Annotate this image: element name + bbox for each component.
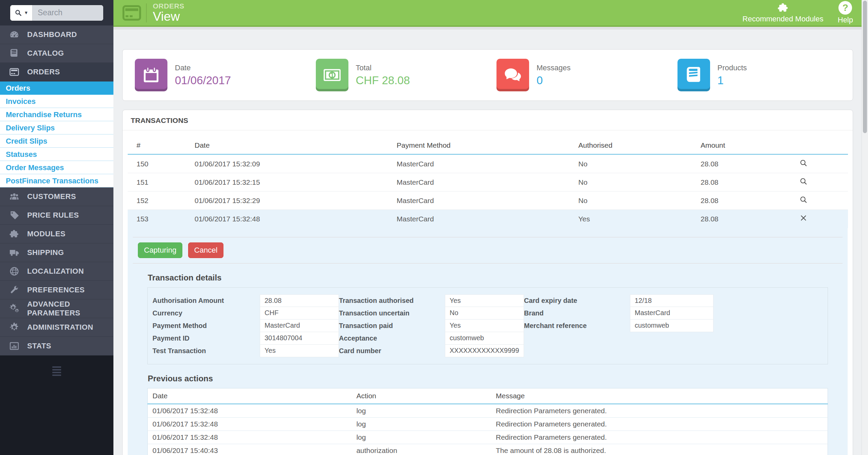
recommended-modules-label: Recommended Modules [742, 15, 823, 23]
sidebar-item-catalog[interactable]: CATALOG [0, 44, 113, 63]
order-summary-panel: Date 01/06/2017 1 Total CHF 28.08 Messag… [122, 49, 853, 101]
cell-amount: 28.08 [698, 173, 796, 192]
cell-action: log [351, 418, 491, 431]
transaction-details-zone: Capturing Cancel Transaction details Aut… [128, 228, 848, 455]
capturing-button[interactable]: Capturing [138, 242, 182, 258]
truck-icon [8, 248, 20, 258]
globe-icon [8, 266, 20, 276]
sidebar-item-orders[interactable]: ORDERS [0, 63, 113, 81]
sidebar-item-shipping[interactable]: SHIPPING [0, 243, 113, 262]
sidebar-item-localization[interactable]: LOCALIZATION [0, 262, 113, 281]
sidebar-item-label: CUSTOMERS [27, 192, 76, 201]
field-label: Transaction paid [339, 320, 445, 332]
puzzle-icon [777, 2, 789, 14]
people-icon [8, 192, 20, 202]
field-label: Acceptance [339, 332, 445, 345]
recommended-modules-button[interactable]: Recommended Modules [742, 2, 823, 23]
bar-chart-icon [8, 341, 20, 351]
section-title: Transaction details [148, 273, 828, 283]
sidebar-item-label: STATS [27, 342, 51, 350]
column-header-date: Date [192, 135, 394, 154]
sidebar-item-stats[interactable]: STATS [0, 337, 113, 356]
breadcrumb: ORDERS [153, 2, 184, 10]
field-value: Yes [445, 294, 524, 307]
sidebar-item-administration[interactable]: ADMINISTRATION [0, 318, 113, 337]
field-label: Payment ID [152, 332, 260, 345]
page-title: View [153, 10, 184, 23]
help-button[interactable]: ? Help [838, 1, 853, 24]
submenu-item-credit-slips[interactable]: Credit Slips [0, 134, 113, 148]
cell-date: 01/06/2017 15:32:15 [192, 173, 394, 192]
column-header-message: Message [491, 388, 828, 404]
field-label: Card expiry date [524, 294, 630, 307]
summary-card-products: Products 1 [669, 59, 850, 91]
table-row: 152 01/06/2017 15:32:29 MasterCard No 28… [128, 192, 848, 210]
submenu-item-invoices[interactable]: Invoices [0, 95, 113, 108]
submenu-item-orders[interactable]: Orders [0, 81, 113, 95]
sidebar-item-label: LOCALIZATION [27, 267, 84, 276]
scrollbar-track[interactable] [862, 0, 868, 455]
panel-title: TRANSACTIONS [123, 110, 853, 130]
cell-date: 01/06/2017 15:40:43 [148, 444, 352, 455]
submenu-item-merchandise-returns[interactable]: Merchandise Returns [0, 108, 113, 121]
cancel-button[interactable]: Cancel [188, 242, 223, 258]
close-icon [799, 214, 808, 222]
sidebar-item-customers[interactable]: CUSTOMERS [0, 187, 113, 206]
cell-amount: 28.08 [698, 154, 796, 173]
field-value: Yes [445, 319, 524, 332]
main-content: Date 01/06/2017 1 Total CHF 28.08 Messag… [113, 27, 862, 455]
cell-message: Redirection Parameters generated. [491, 431, 828, 444]
banknote-icon: 1 [316, 59, 348, 91]
gear-icon [8, 322, 20, 332]
sidebar-item-preferences[interactable]: PREFERENCES [0, 281, 113, 299]
cell-id: 153 [128, 210, 192, 228]
sidebar-item-price-rules[interactable]: PRICE RULES [0, 206, 113, 225]
topbar: ▼ [0, 0, 113, 25]
summary-card-messages: Messages 0 [488, 59, 669, 91]
sidebar-item-dashboard[interactable]: DASHBOARD [0, 25, 113, 44]
cell-payment-method: MasterCard [394, 210, 576, 228]
field-label: Payment Method [152, 320, 260, 332]
wrench-icon [8, 285, 20, 295]
submenu-item-postfinance-transactions[interactable]: PostFinance Transactions [0, 174, 113, 187]
gears-icon [8, 304, 20, 314]
sidebar-item-advanced-parameters[interactable]: ADVANCED PARAMETERS [0, 299, 113, 318]
field-value: 3014807004 [260, 332, 339, 345]
collapse-menu-icon[interactable] [52, 366, 61, 376]
transaction-details-section: Transaction details Authorisation Amount… [147, 273, 828, 364]
column-header-authorised: Authorised [576, 135, 698, 154]
submenu-item-statuses[interactable]: Statuses [0, 148, 113, 161]
field-value: 28.08 [260, 294, 339, 307]
cell-message: Redirection Parameters generated. [491, 404, 828, 418]
cell-authorised: Yes [576, 210, 698, 228]
search-scope-button[interactable]: ▼ [10, 5, 33, 21]
view-transaction-button[interactable] [799, 195, 808, 204]
summary-card-label: Products [718, 63, 747, 72]
chevron-down-icon: ▼ [24, 10, 29, 15]
scrollbar-thumb[interactable] [863, 1, 867, 133]
previous-actions-table: Date Action Message 01/06/2017 15:32:48 … [147, 388, 828, 455]
submenu-item-order-messages[interactable]: Order Messages [0, 161, 113, 174]
field-value: CHF [260, 307, 339, 320]
field-value: MasterCard [260, 319, 339, 332]
field-value: customweb [445, 332, 524, 345]
table-row: 01/06/2017 15:32:48 log Redirection Para… [148, 404, 828, 418]
search-widget: ▼ [10, 5, 104, 21]
chat-bubbles-icon [496, 59, 529, 91]
view-transaction-button[interactable] [799, 177, 808, 186]
puzzle-icon [8, 229, 20, 239]
sidebar-item-label: MODULES [27, 230, 66, 238]
view-transaction-button[interactable] [799, 159, 808, 167]
sidebar-item-label: ADMINISTRATION [27, 323, 93, 332]
help-label: Help [838, 16, 853, 24]
submenu-item-delivery-slips[interactable]: Delivery Slips [0, 121, 113, 134]
close-details-button[interactable] [799, 214, 808, 222]
field-value: 12/18 [630, 294, 713, 307]
cell-authorised: No [576, 173, 698, 192]
sidebar-item-modules[interactable]: MODULES [0, 225, 113, 243]
search-input[interactable] [33, 5, 103, 21]
field-value: No [445, 307, 524, 320]
sidebar-item-label: PREFERENCES [27, 286, 85, 294]
cell-id: 150 [128, 154, 192, 173]
cell-message: The amount of 28.08 is authorized. [491, 444, 828, 455]
